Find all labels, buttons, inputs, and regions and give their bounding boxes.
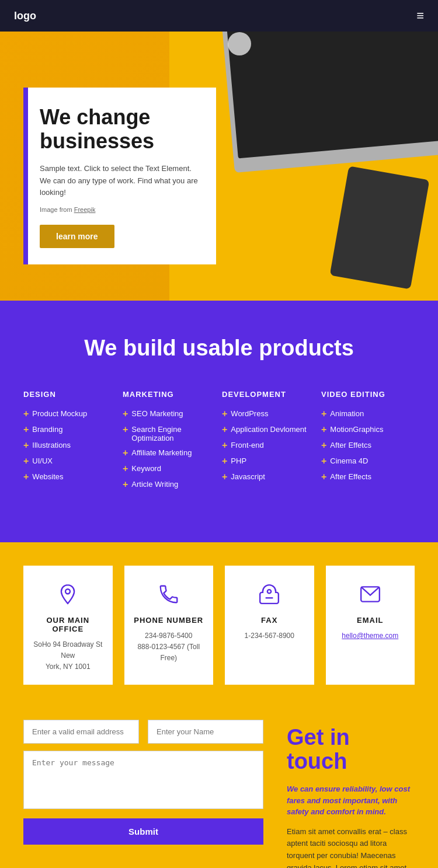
learn-more-button[interactable]: learn more [40, 225, 114, 248]
form-row-top [23, 720, 263, 744]
email-input[interactable] [23, 720, 139, 744]
video-editing-list: +Animation +MotionGraphics +After Effetc… [321, 409, 415, 482]
list-item: +PHP [222, 456, 315, 466]
email-title: EMAIL [357, 616, 383, 625]
marketing-column: MARKETING +SEO Marketing +Search Engine … [123, 390, 216, 496]
plus-icon: + [23, 409, 29, 419]
plus-icon: + [23, 472, 29, 482]
products-title: We build usable products [23, 336, 415, 361]
freepik-link[interactable]: Freepik [74, 206, 96, 213]
contact-cards-section: OUR MAIN OFFICE SoHo 94 Broadway St New … [0, 542, 438, 708]
list-item: +WordPress [222, 409, 315, 419]
get-in-touch-italic: We can ensure reliability, low cost fare… [287, 783, 415, 818]
list-item: +Keyword [123, 464, 216, 474]
video-editing-column: VIDEO EDITING +Animation +MotionGraphics… [321, 390, 415, 496]
list-item: +Affiliate Marketing [123, 448, 216, 458]
list-item: +Illustrations [23, 441, 117, 451]
list-item: +Product Mockup [23, 409, 117, 419]
list-item: +After Effects [321, 472, 415, 482]
fax-icon [258, 583, 280, 609]
phone-numbers: 234-9876-5400 888-0123-4567 (Toll Free) [133, 630, 205, 664]
list-item: +SEO Marketing [123, 409, 216, 419]
list-item: +MotionGraphics [321, 425, 415, 435]
video-editing-heading: VIDEO EDITING [321, 390, 415, 399]
plus-icon: + [23, 424, 29, 435]
hero-body: Sample text. Click to select the Text El… [40, 163, 200, 199]
list-item: +Animation [321, 409, 415, 419]
plus-icon: + [23, 456, 29, 466]
office-title: OUR MAIN OFFICE [32, 616, 104, 633]
logo: logo [14, 10, 36, 22]
phone-card: PHONE NUMBER 234-9876-5400 888-0123-4567… [124, 566, 214, 685]
marketing-list: +SEO Marketing +Search Engine Optimizati… [123, 409, 216, 490]
email-icon [359, 583, 381, 609]
plus-icon: + [222, 472, 227, 482]
location-icon [57, 583, 79, 609]
list-item: +Application Devloment [222, 425, 315, 435]
message-textarea[interactable] [23, 751, 263, 809]
phone-icon [158, 583, 180, 609]
hero-title: We change businesses [40, 105, 200, 154]
plus-icon: + [321, 440, 326, 451]
list-item: +Front-end [222, 441, 315, 451]
fax-number: 1-234-567-8900 [245, 630, 294, 642]
development-column: DEVELOPMENT +WordPress +Application Devl… [222, 390, 315, 496]
plus-icon: + [321, 409, 326, 419]
hero-section: We change businesses Sample text. Click … [0, 0, 438, 301]
plus-icon: + [222, 456, 227, 466]
list-item: +Javascript [222, 472, 315, 482]
design-column: DESIGN +Product Mockup +Branding +Illust… [23, 390, 117, 496]
office-card: OUR MAIN OFFICE SoHo 94 Broadway St New … [23, 566, 113, 685]
list-item: +Cinema 4D [321, 456, 415, 466]
hero-accent-bar [23, 88, 28, 264]
name-input[interactable] [148, 720, 263, 744]
get-in-touch-body: Etiam sit amet convallis erat – class ap… [287, 826, 415, 868]
email-card: EMAIL hello@theme.com [326, 566, 415, 685]
fax-card: FAX 1-234-567-8900 [225, 566, 314, 685]
list-item: +Branding [23, 425, 117, 435]
plus-icon: + [123, 424, 128, 435]
plus-icon: + [222, 424, 227, 435]
hero-card: We change businesses Sample text. Click … [23, 88, 216, 264]
email-address: hello@theme.com [342, 630, 398, 642]
plus-icon: + [123, 409, 128, 419]
hero-image-credit: Image from Freepik [40, 206, 200, 213]
plus-icon: + [321, 456, 326, 466]
fax-title: FAX [261, 616, 277, 625]
submit-button[interactable]: Submit [23, 818, 263, 845]
plus-icon: + [321, 472, 326, 482]
plus-icon: + [123, 479, 128, 490]
menu-icon[interactable]: ≡ [416, 8, 424, 23]
marketing-heading: MARKETING [123, 390, 216, 399]
list-item: +Websites [23, 472, 117, 482]
plus-icon: + [222, 440, 227, 451]
plus-icon: + [23, 440, 29, 451]
products-grid: DESIGN +Product Mockup +Branding +Illust… [23, 390, 415, 496]
plus-icon: + [123, 463, 128, 474]
plus-icon: + [123, 448, 128, 458]
phone-title: PHONE NUMBER [134, 616, 203, 625]
tablet-decoration [330, 166, 430, 289]
development-heading: DEVELOPMENT [222, 390, 315, 399]
plus-icon: + [321, 424, 326, 435]
list-item: +After Effetcs [321, 441, 415, 451]
svg-point-0 [65, 589, 70, 594]
email-link[interactable]: hello@theme.com [342, 632, 398, 640]
info-side: Get in touch We can ensure reliability, … [287, 720, 415, 868]
list-item: +Search Engine Optimization [123, 425, 216, 442]
list-item: +Article Writing [123, 480, 216, 490]
svg-point-1 [267, 590, 271, 593]
design-list: +Product Mockup +Branding +Illustrations… [23, 409, 117, 482]
get-in-touch-title: Get in touch [287, 726, 415, 775]
coffee-cup [228, 32, 251, 55]
plus-icon: + [222, 409, 227, 419]
header: logo ≡ [0, 0, 438, 32]
contact-section: Submit Get in touch We can ensure reliab… [0, 708, 438, 868]
products-section: We build usable products DESIGN +Product… [0, 301, 438, 542]
office-address: SoHo 94 Broadway St New York, NY 1001 [32, 639, 104, 673]
list-item: +UI/UX [23, 456, 117, 466]
form-side: Submit [23, 720, 263, 868]
design-heading: DESIGN [23, 390, 117, 399]
development-list: +WordPress +Application Devloment +Front… [222, 409, 315, 482]
